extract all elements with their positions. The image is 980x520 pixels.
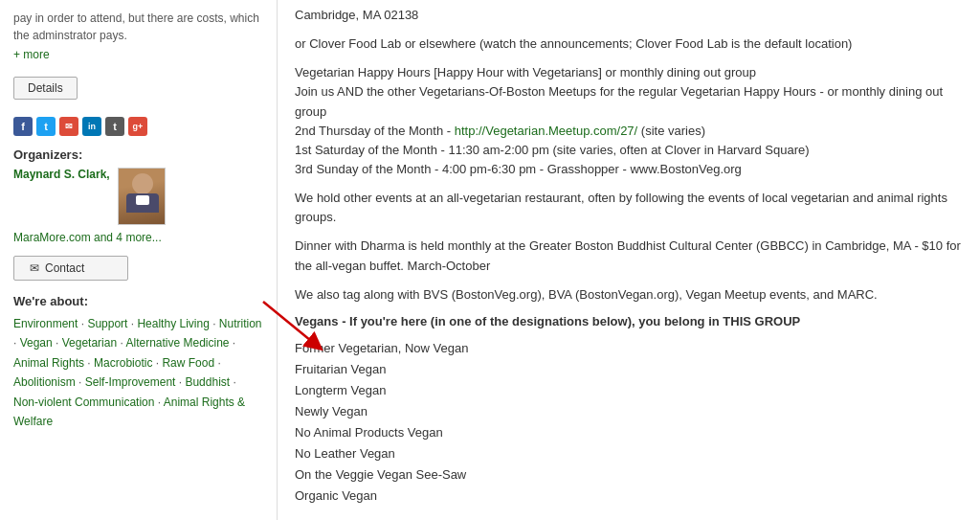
tag-buddhist[interactable]: Buddhist bbox=[185, 375, 230, 389]
linkedin-icon[interactable]: in bbox=[82, 117, 101, 136]
vegans-heading: Vegans - If you're here (in one of the d… bbox=[295, 314, 963, 328]
thursday-line: 2nd Thursday of the Month - bbox=[295, 124, 451, 138]
list-item: Organic Vegan bbox=[295, 486, 963, 507]
other-events-para: We hold other events at an all-vegetaria… bbox=[295, 189, 963, 227]
email-icon[interactable]: ✉ bbox=[59, 117, 78, 136]
meetup-url[interactable]: http://Vegetarian.Meetup.com/27/ bbox=[455, 124, 638, 138]
tag-support[interactable]: Support bbox=[87, 317, 127, 330]
list-item: No Leather Vegan bbox=[295, 443, 963, 464]
list-item: No Animal Products Vegan bbox=[295, 422, 963, 443]
facebook-icon[interactable]: f bbox=[13, 117, 33, 136]
list-item: Longterm Vegan bbox=[295, 380, 963, 401]
sunday-line: 3rd Sunday of the Month - 4:00 pm-6:30 p… bbox=[295, 162, 742, 176]
tag-vegan[interactable]: Vegan bbox=[20, 336, 53, 350]
vegan-list: Former Vegetarian, Now Vegan Fruitarian … bbox=[295, 338, 963, 508]
dharma-dinner-para: Dinner with Dharma is held monthly at th… bbox=[295, 237, 963, 275]
list-item: On the Veggie Vegan See-Saw bbox=[295, 464, 963, 486]
organizer-row: Maynard S. Clark, bbox=[13, 168, 263, 225]
about-tags: Environment · Support · Healthy Living ·… bbox=[13, 314, 263, 431]
happy-hours-line2: Join us AND the other Vegetarians-Of-Bos… bbox=[295, 84, 943, 118]
cost-text: pay in order to attend, but there are co… bbox=[13, 10, 263, 44]
tag-self-improvement[interactable]: Self-Improvement bbox=[85, 375, 176, 389]
googleplus-icon[interactable]: g+ bbox=[128, 117, 147, 136]
sidebar: pay in order to attend, but there are co… bbox=[0, 0, 278, 520]
tag-along-para: We also tag along with BVS (BostonVeg.or… bbox=[295, 285, 963, 305]
tag-alternative-medicine[interactable]: Alternative Medicine bbox=[125, 336, 229, 350]
avatar bbox=[118, 168, 166, 225]
organizer-name[interactable]: Maynard S. Clark, bbox=[13, 168, 110, 181]
tag-healthy-living[interactable]: Healthy Living bbox=[137, 317, 209, 330]
main-content: Cambridge, MA 02138 or Clover Food Lab o… bbox=[278, 0, 980, 520]
happy-hours-para: Vegetarian Happy Hours [Happy Hour with … bbox=[295, 63, 963, 179]
tumblr-icon[interactable]: t bbox=[105, 117, 124, 136]
details-button[interactable]: Details bbox=[13, 77, 78, 100]
tag-non-violent[interactable]: Non-violent Communication bbox=[13, 396, 154, 409]
social-icons-row: f t ✉ in t g+ bbox=[13, 117, 263, 136]
tag-environment[interactable]: Environment bbox=[13, 317, 78, 330]
more-organizers-link[interactable]: MaraMore.com and 4 more... bbox=[13, 231, 263, 244]
tag-macrobiotic[interactable]: Macrobiotic bbox=[94, 356, 152, 370]
contact-label: Contact bbox=[45, 261, 84, 275]
organizers-label: Organizers: bbox=[13, 147, 263, 162]
saturday-line: 1st Saturday of the Month - 11:30 am-2:0… bbox=[295, 143, 810, 157]
tag-nutrition[interactable]: Nutrition bbox=[219, 317, 262, 330]
envelope-icon: ✉ bbox=[30, 261, 39, 275]
list-item: Newly Vegan bbox=[295, 401, 963, 422]
tag-raw-food[interactable]: Raw Food bbox=[162, 356, 214, 370]
about-label: We're about: bbox=[13, 294, 263, 308]
tag-animal-rights[interactable]: Animal Rights bbox=[13, 356, 84, 370]
address-line: Cambridge, MA 02138 bbox=[295, 6, 963, 25]
more-link[interactable]: + more bbox=[13, 48, 50, 61]
twitter-icon[interactable]: t bbox=[36, 117, 56, 136]
tag-vegetarian[interactable]: Vegetarian bbox=[62, 336, 117, 350]
tag-abolitionism[interactable]: Abolitionism bbox=[13, 375, 76, 389]
list-item: Fruitarian Vegan bbox=[295, 359, 963, 380]
contact-button[interactable]: ✉ Contact bbox=[13, 256, 128, 281]
list-item: Former Vegetarian, Now Vegan bbox=[295, 338, 963, 359]
happy-hours-line1: Vegetarian Happy Hours [Happy Hour with … bbox=[295, 65, 756, 79]
site-varies-note: (site varies) bbox=[641, 124, 705, 138]
clover-food-lab-para: or Clover Food Lab or elsewhere (watch t… bbox=[295, 34, 963, 54]
